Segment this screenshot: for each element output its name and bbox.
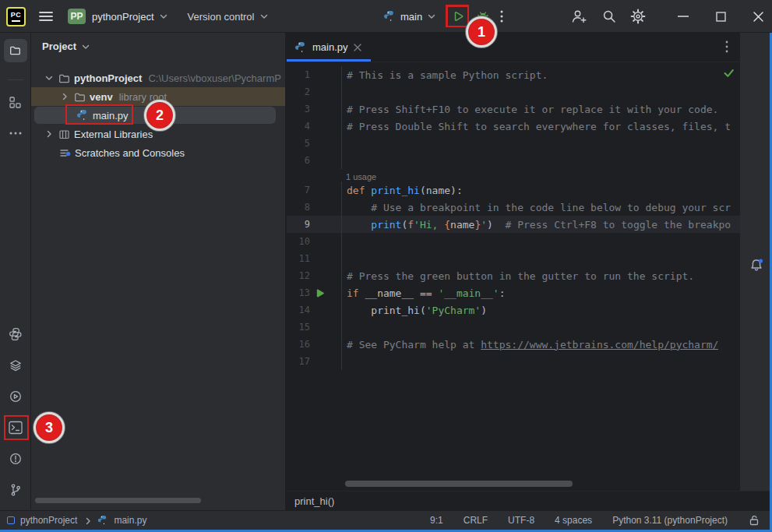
chevron-down-icon[interactable] <box>259 11 270 22</box>
gutter-spacer <box>310 250 341 267</box>
close-tab-icon[interactable] <box>354 44 361 51</box>
line-number[interactable]: 9 <box>287 219 310 230</box>
line-number[interactable]: 17 <box>287 356 310 367</box>
code-text[interactable]: # Press the green button in the gutter t… <box>341 267 694 284</box>
gutter-spacer <box>310 181 341 199</box>
code-text[interactable]: print(f'Hi, {name}') # Press Ctrl+F8 to … <box>341 216 731 233</box>
line-number[interactable]: 3 <box>287 104 310 115</box>
run-window-icon[interactable] <box>6 387 25 406</box>
line-number[interactable]: 16 <box>287 339 310 350</box>
project-panel-header[interactable]: Project <box>42 41 91 52</box>
run-config-label[interactable]: main <box>400 11 422 23</box>
tree-external-libraries-label: External Libraries <box>74 129 153 140</box>
problems-icon[interactable] <box>6 449 25 468</box>
code-text[interactable]: if __name__ == '__main__': <box>341 284 506 301</box>
code-line-10: 10 <box>287 233 772 250</box>
line-number[interactable]: 12 <box>287 270 310 281</box>
code-text[interactable] <box>341 152 347 169</box>
code-token: # Press Double Shift to search everywher… <box>347 121 731 132</box>
usage-inlay[interactable]: 1 usage <box>287 169 772 181</box>
line-number[interactable]: 11 <box>287 253 310 264</box>
search-icon[interactable] <box>601 9 617 24</box>
code-text[interactable] <box>341 319 347 336</box>
close-icon[interactable] <box>750 9 766 24</box>
status-breadcrumb-project[interactable]: pythonProject <box>20 515 77 526</box>
chevron-down-icon[interactable] <box>426 11 437 22</box>
code-text[interactable] <box>341 135 347 152</box>
tab-main-py[interactable]: main.py <box>287 33 371 62</box>
status-breadcrumb-file[interactable]: main.py <box>114 515 146 526</box>
more-vertical-icon[interactable] <box>725 41 728 53</box>
code-area[interactable]: 1# This is a sample Python script.23# Pr… <box>287 62 772 491</box>
code-text[interactable]: # Use a breakpoint in the code line belo… <box>341 199 731 216</box>
code-text[interactable] <box>341 233 347 250</box>
breadcrumb-method[interactable]: print_hi() <box>294 495 334 507</box>
services-icon[interactable] <box>6 356 25 375</box>
line-number[interactable]: 8 <box>287 202 310 213</box>
code-text[interactable]: def print_hi(name): <box>341 181 463 199</box>
line-number[interactable]: 1 <box>287 69 310 80</box>
line-number[interactable]: 5 <box>287 138 310 149</box>
structure-icon[interactable] <box>6 93 25 111</box>
line-number[interactable]: 13 <box>287 287 310 298</box>
code-text[interactable] <box>341 83 347 100</box>
code-text[interactable]: # Press Double Shift to search everywher… <box>341 118 731 135</box>
code-line-16: 16# See PyCharm help at https://www.jetb… <box>287 336 772 353</box>
code-text[interactable]: # This is a sample Python script. <box>341 66 548 83</box>
editor-hscrollbar[interactable] <box>345 481 573 487</box>
line-number[interactable]: 6 <box>287 155 310 166</box>
annotation-circle-1: 1 <box>466 16 497 48</box>
code-token: (name): <box>420 185 463 196</box>
indent-style[interactable]: 4 spaces <box>555 515 592 526</box>
code-line-13: 13if __name__ == '__main__': <box>287 284 772 301</box>
python-icon <box>383 10 396 23</box>
chevron-down-icon[interactable] <box>158 11 169 22</box>
code-text[interactable] <box>341 250 347 267</box>
code-text[interactable] <box>341 353 347 370</box>
project-tool-icon[interactable] <box>4 39 27 62</box>
code-line-17: 17 <box>287 353 772 370</box>
tree-row-root[interactable]: pythonProject C:\Users\vboxuser\PycharmP <box>31 69 285 87</box>
settings-icon[interactable] <box>630 9 646 24</box>
code-line-2: 2 <box>287 83 772 100</box>
line-number[interactable]: 2 <box>287 86 310 97</box>
caret-position[interactable]: 9:1 <box>430 515 443 526</box>
scratches-icon <box>59 147 71 159</box>
run-gutter-icon[interactable] <box>310 284 341 301</box>
code-token: # Use a breakpoint in the code line belo… <box>347 202 731 213</box>
project-selector-label[interactable]: pythonProject <box>92 11 154 23</box>
code-text[interactable]: # Press Shift+F10 to execute it or repla… <box>341 100 718 118</box>
unlock-icon[interactable] <box>748 514 760 527</box>
python-packages-icon[interactable] <box>6 325 25 344</box>
more-icon[interactable] <box>6 124 25 143</box>
chevron-right-icon[interactable] <box>44 129 55 139</box>
line-number[interactable]: 15 <box>287 322 310 333</box>
line-number[interactable]: 7 <box>287 185 310 196</box>
project-hscrollbar[interactable] <box>35 498 201 503</box>
menu-icon[interactable] <box>39 11 53 22</box>
minimize-icon[interactable] <box>675 9 691 24</box>
tree-row-scratches[interactable]: Scratches and Consoles <box>31 143 285 162</box>
git-branch-icon[interactable] <box>6 481 25 499</box>
more-vertical-icon[interactable] <box>500 10 503 23</box>
interpreter[interactable]: Python 3.11 (pythonProject) <box>612 515 728 526</box>
code-token: { <box>444 219 450 231</box>
gutter-spacer <box>310 152 341 169</box>
code-token: https://www.jetbrains.com/help/pycharm/ <box>481 339 718 351</box>
notifications-bell-icon[interactable] <box>749 40 764 491</box>
line-number[interactable]: 10 <box>287 236 310 247</box>
file-encoding[interactable]: UTF-8 <box>508 515 534 526</box>
line-number[interactable]: 4 <box>287 121 310 132</box>
vcs-widget-label[interactable]: Version control <box>188 11 255 23</box>
code-text[interactable]: print_hi('PyCharm') <box>341 301 487 319</box>
chevron-down-icon[interactable] <box>44 72 55 83</box>
code-text[interactable]: # See PyCharm help at https://www.jetbra… <box>341 336 718 353</box>
maximize-icon[interactable] <box>713 9 728 24</box>
inspection-ok-icon[interactable] <box>723 67 735 79</box>
project-badge[interactable]: PP <box>68 9 86 24</box>
code-token: if <box>347 287 365 299</box>
line-ending[interactable]: CRLF <box>464 515 488 526</box>
line-number[interactable]: 14 <box>287 305 310 315</box>
chevron-right-icon[interactable] <box>59 91 70 102</box>
add-user-icon[interactable] <box>569 8 588 25</box>
